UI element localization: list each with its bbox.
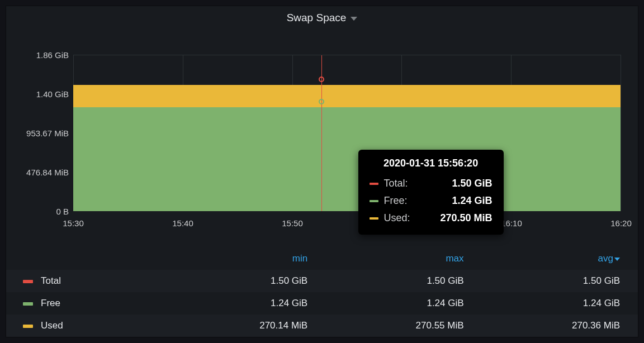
tooltip-row: Total:1.50 GiB xyxy=(370,175,493,192)
marker-total xyxy=(319,77,324,82)
legend-table: min max avg Total1.50 GiB1.50 GiB1.50 Gi… xyxy=(6,247,638,337)
plot[interactable]: 15:3015:4015:5016:0016:1016:20 2020-01-3… xyxy=(73,30,621,236)
legend-row[interactable]: Free1.24 GiB1.24 GiB1.24 GiB xyxy=(6,292,638,315)
gridline xyxy=(621,55,621,211)
x-tick: 16:10 xyxy=(501,218,522,228)
series-area-used xyxy=(73,85,621,107)
tooltip-label: Total: xyxy=(384,178,441,189)
tooltip-row: Free:1.24 GiB xyxy=(370,192,493,209)
chart[interactable]: 0 B476.84 MiB953.67 MiB1.40 GiB1.86 GiB … xyxy=(6,30,638,247)
legend-value-min: 1.50 GiB xyxy=(169,270,325,292)
legend-col-avg[interactable]: avg xyxy=(482,247,638,270)
sort-desc-icon xyxy=(614,258,620,261)
legend-series-cell[interactable]: Total xyxy=(6,270,169,292)
y-tick: 0 B xyxy=(56,207,69,216)
panel: Swap Space 0 B476.84 MiB953.67 MiB1.40 G… xyxy=(6,6,638,337)
tooltip-label: Used: xyxy=(384,212,429,224)
x-tick: 15:40 xyxy=(172,218,193,228)
legend-series-cell[interactable]: Free xyxy=(6,292,169,315)
legend-value-max: 1.24 GiB xyxy=(325,292,481,315)
legend-series-name: Free xyxy=(41,298,60,308)
panel-header[interactable]: Swap Space xyxy=(6,6,638,30)
tooltip-timestamp: 2020-01-31 15:56:20 xyxy=(370,158,493,169)
legend-value-max: 1.50 GiB xyxy=(325,270,481,292)
color-swatch xyxy=(23,302,33,306)
tooltip-value: 1.50 GiB xyxy=(441,178,493,189)
panel-title: Swap Space xyxy=(287,12,347,24)
legend-value-min: 270.14 MiB xyxy=(169,315,325,337)
x-tick: 15:30 xyxy=(63,218,84,228)
chevron-down-icon xyxy=(351,17,357,21)
legend-value-max: 270.55 MiB xyxy=(325,315,481,337)
y-tick: 1.86 GiB xyxy=(36,50,69,60)
tooltip-row: Used:270.50 MiB xyxy=(370,209,493,227)
legend-series-name: Total xyxy=(41,275,61,286)
legend-col-max[interactable]: max xyxy=(325,247,481,270)
y-tick: 476.84 MiB xyxy=(26,168,69,177)
legend-row[interactable]: Used270.14 MiB270.55 MiB270.36 MiB xyxy=(6,315,638,337)
series-area-free xyxy=(73,107,621,211)
legend-series-cell[interactable]: Used xyxy=(6,315,169,337)
legend-col-min[interactable]: min xyxy=(169,247,325,270)
x-tick: 16:20 xyxy=(610,218,632,228)
y-axis: 0 B476.84 MiB953.67 MiB1.40 GiB1.86 GiB xyxy=(17,30,73,211)
legend-row[interactable]: Total1.50 GiB1.50 GiB1.50 GiB xyxy=(6,270,638,292)
tooltip-value: 1.24 GiB xyxy=(441,195,493,207)
marker-free xyxy=(319,99,324,104)
legend-series-name: Used xyxy=(41,320,63,331)
legend-value-avg: 270.36 MiB xyxy=(482,315,638,337)
color-swatch xyxy=(23,325,33,328)
legend-header-row: min max avg xyxy=(6,247,638,270)
color-swatch xyxy=(23,280,33,283)
color-swatch xyxy=(370,183,378,185)
legend-value-min: 1.24 GiB xyxy=(169,292,325,315)
y-tick: 1.40 GiB xyxy=(36,89,69,99)
x-tick: 15:50 xyxy=(282,218,303,228)
tooltip-label: Free: xyxy=(384,195,441,207)
plot-area[interactable] xyxy=(73,55,621,211)
tooltip: 2020-01-31 15:56:20 Total:1.50 GiBFree:1… xyxy=(358,150,504,235)
y-tick: 953.67 MiB xyxy=(26,128,69,138)
tooltip-value: 270.50 MiB xyxy=(429,212,493,224)
legend-value-avg: 1.24 GiB xyxy=(482,292,638,315)
legend-value-avg: 1.50 GiB xyxy=(482,270,638,292)
color-swatch xyxy=(370,217,378,220)
color-swatch xyxy=(370,200,378,202)
x-axis: 15:3015:4015:5016:0016:1016:20 xyxy=(73,214,621,231)
